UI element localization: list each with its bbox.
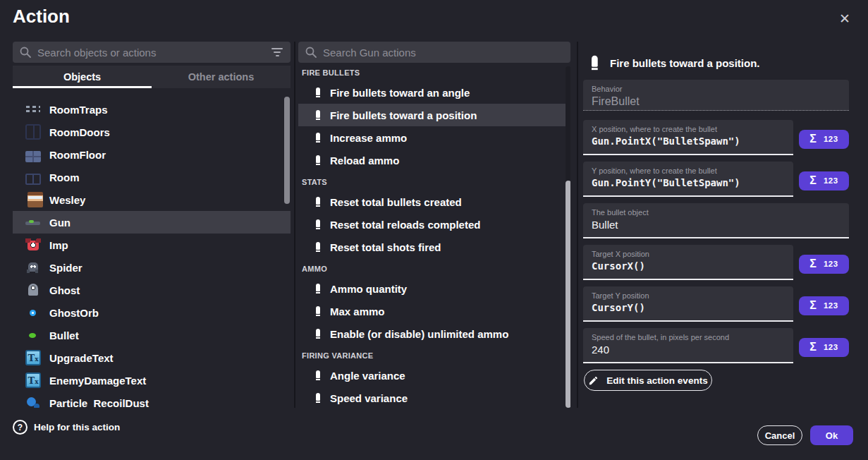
action-item-label: Fire bullets toward a position <box>330 109 477 121</box>
action-item-enable-or-disable-unlimited-ammo[interactable]: Enable (or disable) unlimited ammo <box>298 322 570 345</box>
action-item-reset-total-reloads-completed[interactable]: Reset total reloads completed <box>298 213 570 236</box>
action-item-label: Ammo quantity <box>330 283 407 295</box>
object-name: Particle_RecoilDust <box>49 397 149 408</box>
expression-editor-button-target-x[interactable]: Σ123 <box>799 255 849 274</box>
bullet-action-icon <box>316 370 320 380</box>
wesley-sprite-icon <box>27 192 43 207</box>
action-item-increase-ammo[interactable]: Increase ammo <box>298 126 570 149</box>
action-item-label: Enable (or disable) unlimited ammo <box>330 328 508 340</box>
objects-search-input[interactable] <box>37 47 264 59</box>
expression-editor-button-target-y[interactable]: Σ123 <box>799 296 849 315</box>
bullet-action-icon <box>316 197 320 207</box>
expression-editor-button-y-position[interactable]: Σ123 <box>799 171 849 190</box>
objects-list: RoomTrapsRoomDoorsRoomFloorRoomWesleyGun… <box>13 98 291 408</box>
field-bullet-object[interactable]: The bullet objectBullet <box>583 203 849 238</box>
cancel-button[interactable]: Cancel <box>757 425 802 445</box>
sigma-icon: Σ <box>809 133 817 145</box>
action-item-speed-variance[interactable]: Speed variance <box>298 387 570 408</box>
object-item-spider[interactable]: Spider <box>13 256 291 279</box>
ghostorb-sprite-icon <box>25 305 41 320</box>
gun-sprite-icon <box>25 214 41 230</box>
object-name: GhostOrb <box>49 307 99 319</box>
actions-search-input[interactable] <box>323 47 563 59</box>
object-tabs: Objects Other actions <box>13 66 291 88</box>
object-item-roomfloor[interactable]: RoomFloor <box>13 143 291 166</box>
field-behavior: BehaviorFireBullet <box>583 80 849 111</box>
action-detail-panel: Fire bullets toward a position. Behavior… <box>583 42 849 408</box>
object-item-roomtraps[interactable]: RoomTraps <box>13 98 291 121</box>
field-target-y[interactable]: Target Y positionCursorY() <box>583 286 793 322</box>
room-sprite-icon <box>25 174 41 185</box>
objects-panel: Objects Other actions RoomTrapsRoomDoors… <box>13 42 291 408</box>
ghost-sprite-icon <box>25 282 41 298</box>
object-name: RoomDoors <box>49 126 110 138</box>
object-item-particle-recoildust[interactable]: Particle_RecoilDust <box>13 392 291 408</box>
object-item-imp[interactable]: Imp <box>13 234 291 256</box>
numeric-badge: 123 <box>824 301 838 310</box>
pencil-icon <box>588 375 599 386</box>
action-group-header-stats: STATS <box>298 174 570 190</box>
bullet-sprite-icon <box>25 327 41 343</box>
object-item-room[interactable]: Room <box>13 166 291 188</box>
object-item-ghostorb[interactable]: GhostOrb <box>13 301 291 324</box>
object-item-gun[interactable]: Gun <box>13 211 291 234</box>
object-item-ghost[interactable]: Ghost <box>13 279 291 301</box>
bullet-action-icon <box>592 56 598 70</box>
field-label: Y position, where to create the bullet <box>592 167 785 175</box>
object-item-enemydamagetext[interactable]: EnemyDamageText <box>13 369 291 392</box>
roomdoors-sprite-icon <box>25 124 41 140</box>
bullet-action-icon <box>316 329 320 339</box>
action-item-fire-bullets-toward-a-position[interactable]: Fire bullets toward a position <box>298 104 570 126</box>
action-item-max-ammo[interactable]: Max ammo <box>298 300 570 322</box>
action-item-fire-bullets-toward-an-angle[interactable]: Fire bullets toward an angle <box>298 81 570 104</box>
close-icon[interactable]: ✕ <box>835 8 855 28</box>
object-name: Bullet <box>49 329 79 341</box>
bullet-action-icon <box>316 242 320 252</box>
help-label: Help for this action <box>34 422 120 432</box>
field-label: Behavior <box>592 85 841 93</box>
actions-search <box>298 42 570 63</box>
objects-scrollbar-thumb[interactable] <box>284 97 290 204</box>
tab-objects[interactable]: Objects <box>13 66 152 88</box>
bullet-action-icon <box>316 133 320 143</box>
filter-icon[interactable] <box>271 48 283 56</box>
action-group-header-firing-variance: FIRING VARIANCE <box>298 347 570 364</box>
object-name: Spider <box>49 262 82 274</box>
tab-other-actions[interactable]: Other actions <box>152 66 291 88</box>
field-value: Gun.PointY("BulletSpawn") <box>592 177 785 188</box>
actions-scrollbar-thumb[interactable] <box>566 181 570 408</box>
action-item-reset-total-bullets-created[interactable]: Reset total bullets created <box>298 190 570 213</box>
object-item-roomdoors[interactable]: RoomDoors <box>13 121 291 143</box>
spider-sprite-icon <box>25 260 41 275</box>
action-item-label: Fire bullets toward an angle <box>330 87 470 99</box>
roomtraps-sprite-icon <box>25 102 41 117</box>
action-item-reset-total-shots-fired[interactable]: Reset total shots fired <box>298 236 570 258</box>
action-item-angle-variance[interactable]: Angle variance <box>298 364 570 387</box>
bullet-action-icon <box>316 284 320 293</box>
action-item-label: Reset total bullets created <box>330 196 462 208</box>
field-speed[interactable]: Speed of the bullet, in pixels per secon… <box>583 328 793 363</box>
field-value: FireBullet <box>592 95 841 108</box>
action-item-reload-ammo[interactable]: Reload ammo <box>298 149 570 171</box>
field-value: 240 <box>592 344 785 356</box>
ok-button[interactable]: Ok <box>810 425 853 445</box>
object-item-upgradetext[interactable]: UpgradeText <box>13 346 291 369</box>
action-item-label: Reload ammo <box>330 155 399 167</box>
object-item-bullet[interactable]: Bullet <box>13 324 291 346</box>
action-item-label: Reset total reloads completed <box>330 219 480 231</box>
field-label: Target X position <box>592 250 785 258</box>
field-y-position[interactable]: Y position, where to create the bulletGu… <box>583 162 793 197</box>
expression-editor-button-x-position[interactable]: Σ123 <box>799 130 849 149</box>
field-target-x[interactable]: Target X positionCursorX() <box>583 245 793 280</box>
action-item-label: Speed variance <box>330 392 408 404</box>
objects-search <box>13 42 291 63</box>
field-x-position[interactable]: X position, where to create the bulletGu… <box>583 120 793 155</box>
field-label: The bullet object <box>592 208 841 217</box>
field-value: Gun.PointX("BulletSpawn") <box>592 135 785 147</box>
expression-editor-button-speed[interactable]: Σ123 <box>799 338 849 357</box>
object-item-wesley[interactable]: Wesley <box>13 188 291 211</box>
edit-action-events-button[interactable]: Edit this action events <box>584 370 712 391</box>
action-item-ammo-quantity[interactable]: Ammo quantity <box>298 277 570 300</box>
help-for-action-link[interactable]: ? Help for this action <box>13 420 120 435</box>
action-item-label: Max ammo <box>330 305 385 317</box>
